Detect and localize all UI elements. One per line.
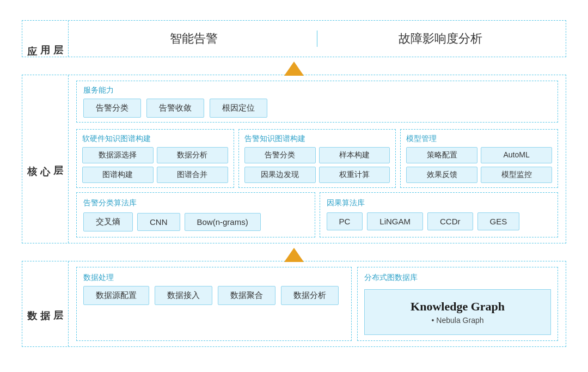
alert-kg-section: 告警知识图谱构建 告警分类 样本构建 因果边发现 权重计算 [238, 129, 396, 188]
hardware-kg-section: 软硬件知识图谱构建 数据源选择 数据分析 图谱构建 图谱合并 [76, 129, 234, 188]
architecture-diagram: 应用层 智能告警 故障影响度分析 核心层 服务能力 告警分类 告警收敛 根因定位 [22, 20, 566, 352]
arrow-2 [22, 248, 566, 262]
algo-row: 告警分类算法库 交叉熵 CNN Bow(n-grams) 因果算法库 PC Li… [76, 192, 558, 237]
model-title: 模型管理 [406, 134, 552, 144]
algo-classify-section: 告警分类算法库 交叉熵 CNN Bow(n-grams) [76, 192, 315, 237]
data-layer: 数据层 数据处理 数据源配置 数据接入 数据聚合 数据分析 分布式图数据库 Kn… [22, 261, 566, 347]
distributed-db-title: 分布式图数据库 [364, 273, 551, 283]
chip-strategy: 策略配置 [406, 147, 477, 163]
chip-feedback: 效果反馈 [406, 167, 477, 183]
chip-alert-classify: 告警分类 [83, 99, 141, 118]
knowledge-graph-box: Knowledge Graph • Nebula Graph [364, 289, 551, 335]
chip-graphbuild: 图谱构建 [82, 167, 154, 183]
chip-data-agg: 数据聚合 [218, 286, 275, 305]
arrow-1 [22, 62, 566, 76]
data-processing-title: 数据处理 [83, 273, 345, 283]
core-layer: 核心层 服务能力 告警分类 告警收敛 根因定位 软硬件知识图谱构建 数据源选择 [22, 75, 566, 243]
chip-alert-cls: 告警分类 [244, 147, 316, 163]
alert-kg-grid: 告警分类 样本构建 因果边发现 权重计算 [244, 147, 390, 183]
distributed-db-section: 分布式图数据库 Knowledge Graph • Nebula Graph [357, 267, 558, 341]
data-processing-chips: 数据源配置 数据接入 数据聚合 数据分析 [83, 286, 345, 305]
app-divider [317, 31, 318, 47]
chip-weight-calc: 权重计算 [319, 167, 390, 183]
algo-classify-title: 告警分类算法库 [83, 198, 308, 208]
sub-sections-row: 软硬件知识图谱构建 数据源选择 数据分析 图谱构建 图谱合并 告警知识图谱构建 … [76, 129, 558, 188]
algo-causal-title: 因果算法库 [327, 198, 552, 208]
chip-pc: PC [327, 212, 363, 230]
algo-causal-section: 因果算法库 PC LiNGAM CCDr GES [320, 192, 559, 237]
core-layer-inner: 服务能力 告警分类 告警收敛 根因定位 软硬件知识图谱构建 数据源选择 数据分析… [69, 75, 566, 243]
data-layer-content: 数据处理 数据源配置 数据接入 数据聚合 数据分析 分布式图数据库 Knowle… [69, 261, 566, 346]
service-section: 服务能力 告警分类 告警收敛 根因定位 [76, 81, 558, 123]
chip-crossentropy: 交叉熵 [83, 212, 133, 231]
arrow-up-icon-2 [284, 248, 304, 262]
knowledge-graph-title: Knowledge Graph [376, 300, 540, 314]
chip-data-analysis: 数据分析 [281, 286, 339, 305]
app-layer: 应用层 智能告警 故障影响度分析 [22, 20, 566, 57]
chip-datasource: 数据源选择 [82, 147, 154, 163]
chip-model-monitor: 模型监控 [481, 167, 552, 183]
chip-causal-edge: 因果边发现 [244, 167, 316, 183]
knowledge-graph-sub: • Nebula Graph [376, 316, 540, 325]
chip-alert-converge: 告警收敛 [146, 99, 204, 118]
core-layer-label: 核心层 [22, 75, 69, 243]
arrow-up-icon-1 [284, 62, 304, 76]
hardware-kg-title: 软硬件知识图谱构建 [82, 134, 228, 144]
chip-root-cause: 根因定位 [210, 99, 267, 118]
model-section: 模型管理 策略配置 AutoML 效果反馈 模型监控 [400, 129, 558, 188]
chip-ccdr: CCDr [427, 212, 473, 230]
algo-classify-chips: 交叉熵 CNN Bow(n-grams) [83, 212, 308, 231]
chip-data-intake: 数据接入 [155, 286, 212, 305]
service-title: 服务能力 [83, 86, 551, 95]
chip-ges: GES [477, 212, 520, 230]
chip-cnn: CNN [137, 213, 180, 231]
data-layer-label: 数据层 [22, 261, 69, 346]
algo-causal-chips: PC LiNGAM CCDr GES [327, 212, 552, 230]
app-cell-fault: 故障影响度分析 [323, 31, 558, 47]
chip-dataanalysis: 数据分析 [157, 147, 228, 163]
chip-sample-build: 样本构建 [319, 147, 390, 163]
service-chips-row: 告警分类 告警收敛 根因定位 [83, 99, 551, 118]
app-layer-label: 应用层 [22, 21, 69, 57]
chip-automl: AutoML [481, 147, 552, 163]
app-cell-alert: 智能告警 [76, 31, 311, 47]
data-processing-section: 数据处理 数据源配置 数据接入 数据聚合 数据分析 [76, 267, 352, 341]
chip-lingam: LiNGAM [367, 212, 423, 230]
chip-bow: Bow(n-grams) [185, 213, 261, 231]
app-layer-content: 智能告警 故障影响度分析 [69, 21, 566, 57]
chip-graphmerge: 图谱合并 [157, 167, 228, 183]
hardware-kg-grid: 数据源选择 数据分析 图谱构建 图谱合并 [82, 147, 228, 183]
model-grid: 策略配置 AutoML 效果反馈 模型监控 [406, 147, 552, 183]
chip-datasource-config: 数据源配置 [83, 286, 149, 305]
alert-kg-title: 告警知识图谱构建 [244, 134, 390, 144]
